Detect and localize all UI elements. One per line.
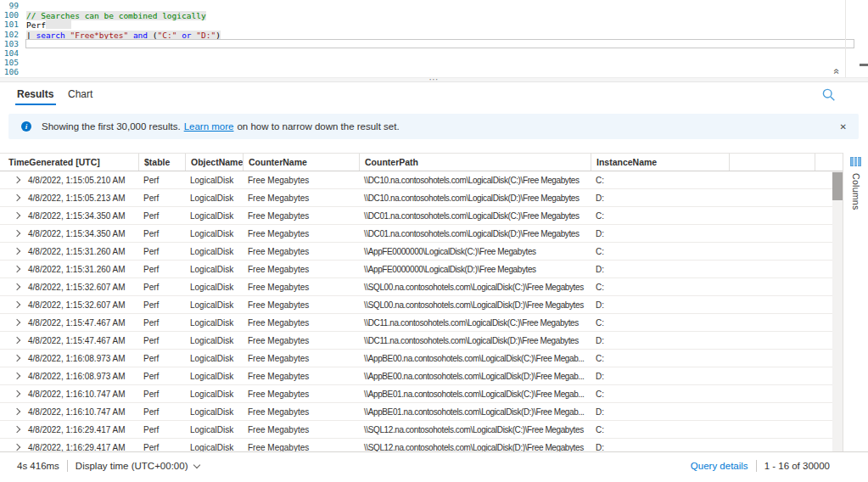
row-expand-chevron-icon[interactable] — [14, 266, 20, 272]
code-line-content — [25, 39, 854, 48]
table-row[interactable]: 4/8/2022, 1:16:10.747 AMPerfLogicalDiskF… — [0, 403, 832, 421]
column-header-table[interactable]: $table — [138, 154, 185, 171]
table-row[interactable]: 4/8/2022, 1:15:32.607 AMPerfLogicalDiskF… — [0, 296, 832, 314]
row-expand-chevron-icon[interactable] — [14, 194, 20, 201]
cell-counterpath: \\SQL12.na.contosohotels.com\LogicalDisk… — [359, 439, 591, 451]
table-row[interactable]: 4/8/2022, 1:15:05.213 AMPerfLogicalDiskF… — [0, 189, 832, 207]
table-scrollbar-thumb[interactable] — [832, 172, 843, 200]
column-header-instancename[interactable]: InstanceName — [591, 154, 729, 171]
cell-countername: Free Megabytes — [243, 332, 359, 349]
row-expand-chevron-icon[interactable] — [14, 301, 20, 308]
timegenerated-value: 4/8/2022, 1:15:31.260 AM — [28, 265, 126, 274]
column-header-timegenerated[interactable]: TimeGenerated [UTC] — [0, 154, 138, 171]
row-expand-chevron-icon[interactable] — [14, 355, 20, 362]
cell-counterpath: \\DC11.na.contosohotels.com\LogicalDisk(… — [359, 314, 591, 331]
row-expand-chevron-icon[interactable] — [14, 337, 20, 344]
code-line[interactable]: 100// Searches can be combined logically — [0, 10, 868, 20]
cell-counterpath: \\AppBE00.na.contosohotels.com\LogicalDi… — [359, 350, 591, 367]
row-expand-chevron-icon[interactable] — [14, 177, 20, 183]
cell-table: Perf — [138, 243, 185, 260]
cell-counterpath: \\AppBE00.na.contosohotels.com\LogicalDi… — [359, 367, 591, 384]
column-header-counterpath[interactable]: CounterPath — [359, 154, 591, 171]
row-expand-chevron-icon[interactable] — [14, 426, 20, 433]
columns-panel-tab[interactable]: Columns — [843, 153, 868, 451]
cell-blank — [729, 403, 832, 420]
tab-results[interactable]: Results — [17, 88, 53, 100]
splitter-handle-icon: ⋯ — [0, 78, 868, 81]
column-header-objectname[interactable]: ObjectName — [185, 154, 243, 171]
table-row[interactable]: 4/8/2022, 1:15:34.350 AMPerfLogicalDiskF… — [0, 207, 832, 225]
timegenerated-value: 4/8/2022, 1:16:29.417 AM — [28, 425, 126, 434]
code-line-content — [25, 58, 854, 67]
table-row[interactable]: 4/8/2022, 1:16:08.973 AMPerfLogicalDiskF… — [0, 367, 832, 385]
cell-objectname: LogicalDisk — [185, 314, 243, 331]
search-icon — [821, 87, 837, 103]
code-line[interactable]: 103 — [0, 39, 868, 48]
row-expand-chevron-icon[interactable] — [14, 390, 20, 397]
timegenerated-value: 4/8/2022, 1:16:08.973 AM — [28, 372, 126, 381]
table-row[interactable]: 4/8/2022, 1:15:34.350 AMPerfLogicalDiskF… — [0, 225, 832, 243]
display-time-label: Display time (UTC+00:00) — [76, 461, 188, 471]
code-line[interactable]: 99 — [0, 1, 868, 10]
query-details-link[interactable]: Query details — [691, 461, 748, 471]
table-row[interactable]: 4/8/2022, 1:15:47.467 AMPerfLogicalDiskF… — [0, 314, 832, 332]
cell-instancename: C: — [591, 314, 729, 331]
table-row[interactable]: 4/8/2022, 1:16:08.973 AMPerfLogicalDiskF… — [0, 350, 832, 367]
tab-chart[interactable]: Chart — [68, 88, 92, 100]
collapse-editor-icon[interactable]: « — [830, 65, 842, 77]
cell-table: Perf — [138, 261, 185, 277]
row-expand-chevron-icon[interactable] — [14, 408, 20, 415]
cell-table: Perf — [138, 278, 185, 295]
cell-blank — [729, 278, 832, 295]
cell-objectname: LogicalDisk — [185, 243, 243, 260]
footer-divider — [67, 460, 68, 472]
columns-panel-label: Columns — [851, 173, 861, 210]
row-expand-chevron-icon[interactable] — [14, 248, 20, 255]
table-scrollbar[interactable] — [832, 171, 843, 451]
editor-right-border — [845, 0, 846, 77]
row-expand-chevron-icon[interactable] — [14, 373, 20, 379]
cell-objectname: LogicalDisk — [185, 296, 243, 313]
cell-countername: Free Megabytes — [243, 225, 359, 242]
table-row[interactable]: 4/8/2022, 1:15:32.607 AMPerfLogicalDiskF… — [0, 278, 832, 296]
cell-blank — [729, 367, 832, 384]
table-row[interactable]: 4/8/2022, 1:15:31.260 AMPerfLogicalDiskF… — [0, 243, 832, 261]
code-line[interactable]: 101Perf — [0, 20, 868, 29]
table-row[interactable]: 4/8/2022, 1:16:10.747 AMPerfLogicalDiskF… — [0, 385, 832, 403]
cell-counterpath: \\DC01.na.contosohotels.com\LogicalDisk(… — [359, 225, 591, 242]
table-row[interactable]: 4/8/2022, 1:16:29.417 AMPerfLogicalDiskF… — [0, 439, 832, 451]
timegenerated-value: 4/8/2022, 1:15:05.210 AM — [28, 176, 126, 185]
close-icon[interactable]: ✕ — [837, 120, 850, 133]
code-line[interactable]: 105 — [0, 58, 868, 67]
chevron-down-icon — [193, 461, 200, 468]
learn-more-link[interactable]: Learn more — [184, 121, 234, 132]
table-row[interactable]: 4/8/2022, 1:15:31.260 AMPerfLogicalDiskF… — [0, 261, 832, 278]
row-expand-chevron-icon[interactable] — [14, 230, 20, 237]
banner-text-before: Showing the first 30,000 results. — [42, 121, 181, 132]
code-line-content — [25, 1, 854, 10]
row-expand-chevron-icon[interactable] — [14, 319, 20, 326]
columns-icon — [850, 157, 861, 166]
line-number: 101 — [0, 20, 19, 29]
cell-countername: Free Megabytes — [243, 261, 359, 277]
query-editor[interactable]: 99100// Searches can be combined logical… — [0, 0, 868, 77]
cell-table: Perf — [138, 189, 185, 206]
display-time-dropdown[interactable]: Display time (UTC+00:00) — [76, 461, 200, 471]
cell-table: Perf — [138, 439, 185, 451]
line-number: 105 — [0, 58, 19, 67]
cell-countername: Free Megabytes — [243, 189, 359, 206]
code-line[interactable]: 102| search "Free*bytes" and ("C:" or "D… — [0, 30, 868, 39]
cell-instancename: D: — [591, 367, 729, 384]
table-row[interactable]: 4/8/2022, 1:15:05.210 AMPerfLogicalDiskF… — [0, 171, 832, 189]
table-row[interactable]: 4/8/2022, 1:16:29.417 AMPerfLogicalDiskF… — [0, 421, 832, 439]
row-expand-chevron-icon[interactable] — [14, 283, 20, 290]
table-row[interactable]: 4/8/2022, 1:15:47.467 AMPerfLogicalDiskF… — [0, 332, 832, 350]
row-expand-chevron-icon[interactable] — [14, 212, 20, 219]
search-results-button[interactable] — [821, 87, 837, 103]
row-expand-chevron-icon[interactable] — [14, 444, 20, 451]
column-header-countername[interactable]: CounterName — [243, 154, 359, 171]
code-line-content — [25, 67, 854, 76]
cell-timegenerated: 4/8/2022, 1:15:34.350 AM — [0, 207, 138, 224]
code-line[interactable]: 104 — [0, 48, 868, 58]
query-duration: 4s 416ms — [17, 461, 59, 471]
